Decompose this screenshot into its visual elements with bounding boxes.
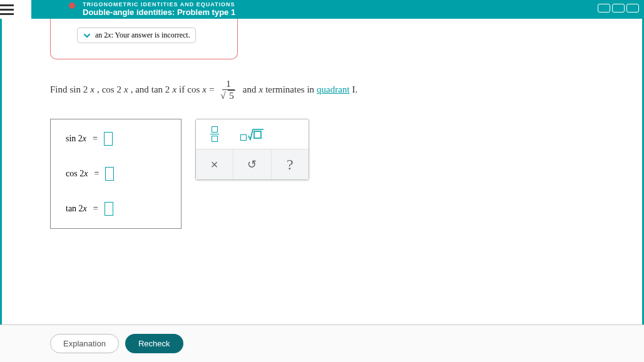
header-category: TRIGONOMETRIC IDENTITIES AND EQUATIONS: [83, 2, 235, 8]
header-title: Double-angle identities: Problem type 1: [83, 8, 235, 17]
recheck-button[interactable]: Recheck: [125, 334, 183, 353]
fraction-tool[interactable]: [196, 119, 233, 149]
sqrt-tool[interactable]: [233, 119, 271, 149]
undo-tool[interactable]: ↺: [233, 149, 271, 179]
feedback-box: an 2x: Your answer is incorrect.: [50, 19, 238, 59]
footer-bar: Explanation Recheck: [0, 324, 644, 362]
tan2x-input[interactable]: [105, 202, 113, 216]
window-close-icon: [626, 4, 639, 13]
feedback-message[interactable]: an 2x: Your answer is incorrect.: [77, 28, 196, 43]
cos2x-input[interactable]: [105, 167, 114, 181]
fraction-icon: [210, 126, 219, 143]
window-max-icon: [612, 4, 625, 13]
close-icon: ×: [211, 158, 218, 172]
answer-row-sin: sin 2x =: [66, 132, 166, 146]
math-toolbox: × ↺ ?: [195, 119, 309, 180]
help-icon: ?: [287, 156, 294, 173]
help-tool[interactable]: ?: [272, 149, 309, 179]
svg-rect-0: [254, 131, 261, 138]
quadrant-link[interactable]: quadrant: [317, 84, 349, 95]
answer-row-tan: tan 2x =: [66, 202, 166, 216]
app-header: TRIGONOMETRIC IDENTITIES AND EQUATIONS D…: [0, 0, 644, 19]
answer-box: sin 2x = cos 2x = tan 2x =: [50, 119, 181, 229]
answer-row-cos: cos 2x =: [66, 167, 166, 181]
undo-icon: ↺: [247, 158, 257, 171]
explanation-button[interactable]: Explanation: [50, 334, 119, 353]
sin2x-input[interactable]: [104, 132, 113, 146]
window-min-icon: [598, 4, 610, 13]
window-controls[interactable]: [598, 4, 639, 13]
clear-tool[interactable]: ×: [196, 149, 233, 179]
sqrt-icon: [240, 128, 264, 141]
problem-statement: Find sin 2x, cos 2x, and tan 2x if cosx …: [50, 78, 594, 101]
status-dot-icon: [69, 3, 75, 9]
hamburger-menu[interactable]: [0, 0, 31, 19]
chevron-down-icon: [83, 31, 91, 40]
